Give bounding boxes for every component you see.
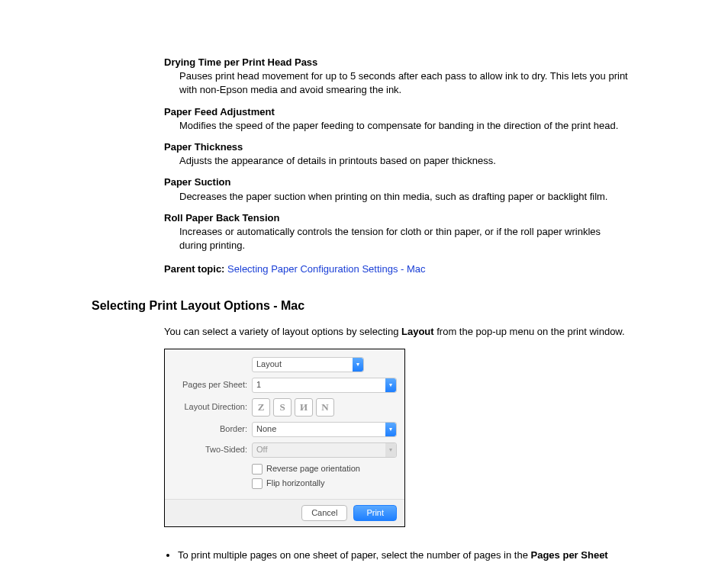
layout-direction-group: Z S И N <box>252 398 334 417</box>
desc: Decreases the paper suction when printin… <box>179 190 629 204</box>
flip-horizontal-checkbox[interactable]: Flip horizontally <box>252 478 397 489</box>
definition-list: Drying Time per Print Head Pass Pauses p… <box>92 56 636 253</box>
border-label: Border: <box>172 423 252 435</box>
border-select[interactable]: None ▾ <box>252 422 397 437</box>
layout-dir-option[interactable]: Z <box>252 398 270 417</box>
desc: Modifies the speed of the paper feeding … <box>179 119 629 133</box>
term: Paper Suction <box>164 175 636 189</box>
checkbox-icon <box>252 478 263 489</box>
intro-text: You can select a variety of layout optio… <box>164 325 629 339</box>
pages-label: Pages per Sheet: <box>172 379 252 391</box>
layout-dir-option[interactable]: И <box>295 398 313 417</box>
desc: Pauses print head movement for up to 5 s… <box>179 69 629 97</box>
instructions-list: To print multiple pages on one sheet of … <box>164 549 629 563</box>
dialog-screenshot: Layout ▾ Pages per Sheet: 1 ▾ Layout Dir… <box>164 349 636 527</box>
parent-topic: Parent topic: Selecting Paper Configurat… <box>164 262 636 276</box>
chevron-down-icon: ▾ <box>385 423 396 436</box>
term: Paper Feed Adjustment <box>164 105 636 119</box>
pages-per-sheet-select[interactable]: 1 ▾ <box>252 378 397 393</box>
chevron-down-icon: ▾ <box>353 358 363 372</box>
two-sided-select: Off ▾ <box>252 442 397 458</box>
list-item: To print multiple pages on one sheet of … <box>178 549 629 563</box>
two-sided-label: Two-Sided: <box>172 444 252 455</box>
desc: Increases or automatically controls the … <box>179 225 629 253</box>
section-heading: Selecting Print Layout Options - Mac <box>92 298 636 314</box>
layout-dir-option[interactable]: N <box>316 398 334 417</box>
print-button[interactable]: Print <box>353 505 397 521</box>
cancel-button[interactable]: Cancel <box>301 505 347 521</box>
parent-topic-label: Parent topic: <box>164 263 224 275</box>
chevron-down-icon: ▾ <box>385 378 396 392</box>
term: Roll Paper Back Tension <box>164 211 636 225</box>
chevron-down-icon: ▾ <box>385 443 396 457</box>
reverse-orientation-checkbox[interactable]: Reverse page orientation <box>252 463 397 475</box>
layout-dir-option[interactable]: S <box>273 398 292 417</box>
term: Drying Time per Print Head Pass <box>164 56 636 69</box>
pane-select[interactable]: Layout ▾ <box>252 357 364 372</box>
term: Paper Thickness <box>164 140 636 154</box>
print-layout-dialog: Layout ▾ Pages per Sheet: 1 ▾ Layout Dir… <box>164 349 405 527</box>
desc: Adjusts the appearance of details in pri… <box>179 154 629 168</box>
direction-label: Layout Direction: <box>172 401 252 413</box>
checkbox-icon <box>252 464 263 475</box>
parent-topic-link[interactable]: Selecting Paper Configuration Settings -… <box>227 263 425 275</box>
